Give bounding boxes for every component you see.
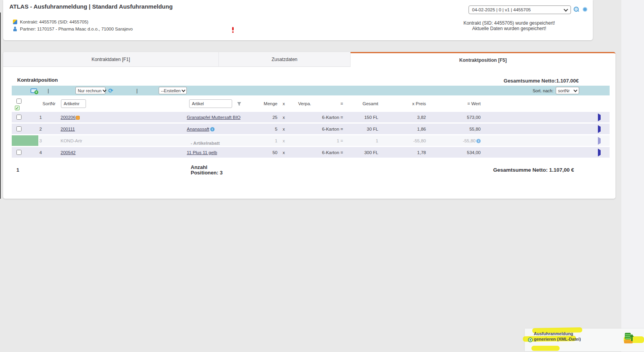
row-wert-value: -55,80: [463, 138, 476, 143]
row-x: x: [278, 115, 289, 120]
create-select-value: --Erstellen: [161, 88, 181, 93]
col-header-verpa: Verpa.: [298, 101, 311, 106]
row-checkbox[interactable]: [16, 115, 21, 120]
position-count-line1: Anzahl: [191, 165, 223, 170]
row-menge: 1: [254, 138, 278, 143]
tab-kontraktdaten[interactable]: Kontraktdaten [F1]: [3, 52, 219, 67]
app-screen: ATLAS - Ausfuhranmeldung | Standard Ausf…: [0, 0, 644, 352]
col-header-menge: Menge: [254, 101, 278, 106]
row-menge: 50: [254, 150, 278, 155]
sort-select[interactable]: sortNr: [556, 87, 579, 94]
row-preis: 1,78: [391, 150, 426, 155]
row-menge: 25: [254, 115, 278, 120]
toolbar-separator: |: [136, 88, 138, 93]
page-right-strip: [621, 0, 644, 352]
artikel-link[interactable]: 11 Plus 11 gelb: [187, 150, 217, 155]
table-row-discount: 3 KOND-Artr - Artikelrabatt 1 x 1 = 1 -5…: [12, 135, 610, 146]
highlight-stroke: [531, 346, 560, 351]
artikelnr-link[interactable]: 200206: [61, 115, 75, 120]
col-header-wert: = Wert: [426, 101, 481, 106]
select-all-confirm-icon: ✓: [15, 106, 20, 110]
content-card: Kontraktdaten [F1] Zusatzdaten Kontraktp…: [3, 52, 615, 199]
row-expand-chevron-icon[interactable]: [598, 149, 601, 156]
contract-icon: [13, 20, 17, 24]
row-expand-chevron-icon[interactable]: [598, 137, 601, 145]
kontrakt-info: Kontrakt: 4455705 (SID: 4455705): [20, 20, 88, 24]
col-header-eq: =: [340, 101, 343, 106]
partner-info: Partner: 1170157 - Pharma Maac d.o.o., 7…: [20, 27, 133, 31]
alert-exclamation-icon: [231, 27, 234, 33]
select-all-checkbox[interactable]: [16, 99, 21, 104]
row-menge: 5: [254, 127, 278, 131]
row-checkbox[interactable]: [16, 150, 21, 155]
person-icon: [13, 27, 17, 31]
tab-zusatzdaten[interactable]: Zusatzdaten: [219, 52, 351, 67]
position-count: Anzahl Positionen: 3: [191, 165, 223, 176]
total-netto-top-value: 1.107.00€: [556, 78, 579, 84]
col-header-sortnr: SortNr: [23, 101, 58, 106]
row-gesamt: 300 FL: [344, 150, 391, 155]
artikelnr-link[interactable]: 200542: [61, 150, 75, 155]
row-verpa: 6-Karton =: [289, 115, 344, 120]
discount-status-block: [12, 135, 38, 146]
row-x: x: [278, 127, 289, 131]
chevron-down-icon: [102, 88, 106, 92]
page-number: 1: [16, 167, 19, 173]
table-row: 2 200111 Ananassafti 5 x 6-Karton = 30 F…: [12, 124, 610, 134]
col-header-preis: x Preis: [391, 101, 426, 106]
artikelnr-filter-input[interactable]: [61, 99, 86, 108]
blue-dot-icon[interactable]: [583, 7, 587, 12]
create-select[interactable]: --Erstellen: [159, 87, 187, 94]
window-left-edge: [0, 13, 1, 199]
filter-funnel-icon[interactable]: [237, 102, 242, 106]
xml-export-icon[interactable]: [624, 333, 635, 343]
artikelnr-link[interactable]: 200111: [61, 127, 75, 131]
row-gesamt: 1: [344, 138, 391, 143]
row-artikelnr: KOND-Artr: [58, 138, 187, 143]
filter-select[interactable]: Nur rechnun: [75, 87, 106, 94]
row-artikel: - Artikelrabatt: [187, 136, 254, 145]
row-checkbox[interactable]: [16, 126, 21, 131]
row-x: x: [278, 138, 289, 143]
row-expand-chevron-icon[interactable]: [598, 125, 601, 133]
generate-xml-radio[interactable]: [528, 338, 533, 342]
artikel-link[interactable]: Granatapfel Muttersaft BIO: [187, 115, 240, 120]
row-wert: -55,80i: [426, 138, 481, 143]
article-attachment-icon: [76, 116, 80, 120]
status-line-1: Kontrakt (SID: 4455705) wurde gespeicher…: [447, 20, 572, 26]
add-position-icon[interactable]: [30, 88, 37, 93]
row-wert: 534,00: [426, 150, 481, 155]
chevron-down-icon: [564, 7, 568, 11]
sort-label: Sort. nach:: [533, 88, 553, 93]
artikel-filter-input[interactable]: [189, 99, 232, 108]
artikel-link[interactable]: Ananassaft: [187, 127, 209, 131]
row-wert: 573,00: [426, 115, 481, 120]
row-preis: -55,80: [391, 138, 426, 143]
row-verpa: 6-Karton =: [289, 150, 344, 155]
row-preis: 3,82: [391, 115, 426, 120]
total-netto-top-label: Gesamtsumme Netto:: [504, 78, 556, 84]
generate-xml-label[interactable]: Ausfuhranmeldung generieren (XML-Datei): [534, 331, 582, 342]
section-heading: Kontraktposition: [17, 77, 58, 83]
row-expand-chevron-icon[interactable]: [598, 113, 601, 121]
tab-label: Kontraktdaten [F1]: [91, 57, 130, 62]
status-message: Kontrakt (SID: 4455705) wurde gespeicher…: [447, 20, 572, 31]
info-icon[interactable]: i: [476, 139, 481, 143]
partner-line: Partner: 1170157 - Pharma Maac d.o.o., 7…: [13, 27, 133, 31]
row-sortnr: 4: [23, 150, 58, 155]
tab-label: Kontraktposition [F5]: [459, 57, 506, 63]
tab-label: Zusatzdaten: [272, 57, 297, 62]
search-icon[interactable]: [574, 7, 580, 13]
version-select[interactable]: 04-02-2025 | 0 | v1 | 4455705: [469, 5, 571, 14]
total-netto-bottom: Gesamtsumme Netto: 1.107,00 €: [493, 167, 574, 173]
toolbar-separator: |: [48, 88, 49, 93]
tabstrip: Kontraktdaten [F1] Zusatzdaten Kontraktp…: [3, 52, 615, 67]
row-sortnr: 2: [23, 127, 58, 131]
table-row: 4 200542 11 Plus 11 gelb 50 x 6-Karton =…: [12, 147, 610, 158]
col-header-gesamt: Gesamt: [344, 101, 391, 106]
refresh-icon[interactable]: ⟳: [108, 88, 113, 93]
info-icon[interactable]: i: [210, 127, 215, 131]
row-gesamt: 150 FL: [344, 115, 391, 120]
tab-kontraktposition[interactable]: Kontraktposition [F5]: [351, 52, 615, 67]
row-verpa: 6-Karton =: [289, 127, 344, 131]
